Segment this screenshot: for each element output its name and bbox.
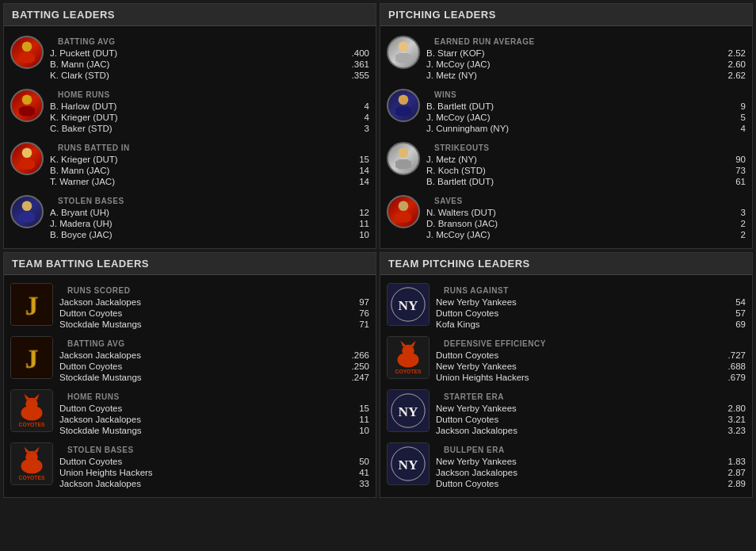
svg-rect-11 xyxy=(31,161,35,168)
runs-against-row-3: Kofa Kings 69 xyxy=(436,319,746,330)
svg-rect-26 xyxy=(395,161,399,168)
team-sb-label: STOLEN BASES xyxy=(59,442,369,456)
team-batting-avg-section: J BATTING AVG Jackson Jackalopes .266 Du… xyxy=(4,333,376,386)
team-sb-row-2: Union Heights Hackers 41 xyxy=(59,467,369,478)
strikeouts-label: STRIKEOUTS xyxy=(426,140,746,154)
era-row-1: B. Starr (KOF) 2.52 xyxy=(426,48,746,59)
wins-row-3: J. Cunningham (NY) 4 xyxy=(426,123,746,134)
bullpen-era-label: BULLPEN ERA xyxy=(436,442,746,456)
pitcher-photo-1 xyxy=(387,36,420,69)
def-eff-row-1: Dutton Coyotes .727 xyxy=(436,350,746,361)
starter-era-row-2: Dutton Coyotes 3.21 xyxy=(436,414,746,425)
svg-rect-14 xyxy=(19,214,23,221)
def-eff-row-3: Union Heights Hackers .679 xyxy=(436,372,746,383)
team-bavg-row-1: Jackson Jackalopes .266 xyxy=(59,350,369,361)
era-data: EARNED RUN AVERAGE B. Starr (KOF) 2.52 J… xyxy=(426,34,746,81)
starter-era-label: STARTER ERA xyxy=(436,389,746,403)
saves-section: SAVES N. Walters (DUT) 3 D. Branson (JAC… xyxy=(380,190,752,243)
batting-leaders-content: BATTING AVG J. Puckett (DUT) .400 B. Man… xyxy=(4,26,376,248)
pitcher-photo-4 xyxy=(387,195,420,228)
svg-point-38 xyxy=(25,398,37,410)
bullpen-era-data: BULLPEN ERA New Yerby Yankees 1.83 Jacks… xyxy=(436,442,746,489)
wins-data: WINS B. Bartlett (DUT) 9 J. McCoy (JAC) … xyxy=(426,87,746,134)
coyotes-logo-1: COYOTES xyxy=(10,389,53,432)
team-runs-row-2: Dutton Coyotes 76 xyxy=(59,308,369,319)
team-pitching-panel: TEAM PITCHING LEADERS NY RUNS AGAINST Ne… xyxy=(380,252,753,498)
player-photo-3 xyxy=(10,142,44,175)
strikeouts-photo xyxy=(387,140,426,187)
home-runs-row-3: C. Baker (STD) 3 xyxy=(50,123,369,134)
rbi-row-3: T. Warner (JAC) 14 xyxy=(50,176,369,187)
jackalopes-logo-2: J xyxy=(10,336,53,379)
saves-photo xyxy=(387,193,426,240)
def-eff-row-2: New Yerby Yankees .688 xyxy=(436,361,746,372)
pitching-leaders-panel: PITCHING LEADERS EARNED RUN AVERAGE xyxy=(380,3,753,249)
svg-text:COYOTES: COYOTES xyxy=(395,369,422,374)
bullpen-era-section: NY BULLPEN ERA New Yerby Yankees 1.83 Ja… xyxy=(380,439,752,492)
rbi-photo xyxy=(10,140,50,187)
strikeouts-data: STRIKEOUTS J. Metz (NY) 90 R. Koch (STD)… xyxy=(426,140,746,187)
team-sb-row-1: Dutton Coyotes 50 xyxy=(59,456,369,467)
coyotes-logo-2: COYOTES xyxy=(10,442,53,485)
svg-rect-29 xyxy=(398,212,409,223)
svg-point-53 xyxy=(402,345,414,357)
main-grid: BATTING LEADERS BATTING AVG xyxy=(0,0,756,501)
batting-avg-row-1: J. Puckett (DUT) .400 xyxy=(50,48,369,59)
wins-row-2: J. McCoy (JAC) 5 xyxy=(426,112,746,123)
saves-row-2: D. Branson (JAC) 2 xyxy=(426,218,746,229)
team-runs-scored-section: J RUNS SCORED Jackson Jackalopes 97 Dutt… xyxy=(4,280,376,333)
team-hr-row-1: Dutton Coyotes 15 xyxy=(59,403,369,414)
pitcher-photo-3 xyxy=(387,142,420,175)
yankees-logo-2: NY xyxy=(387,389,430,432)
def-eff-data: DEFENSIVE EFFICIENCY Dutton Coyotes .727… xyxy=(436,336,746,383)
svg-rect-22 xyxy=(395,108,399,115)
def-eff-label: DEFENSIVE EFFICIENCY xyxy=(436,336,746,350)
starter-era-row-1: New Yerby Yankees 2.80 xyxy=(436,403,746,414)
svg-point-16 xyxy=(399,41,409,52)
svg-text:NY: NY xyxy=(398,298,418,313)
svg-rect-3 xyxy=(31,55,35,62)
home-runs-label: HOME RUNS xyxy=(50,87,369,101)
era-section: EARNED RUN AVERAGE B. Starr (KOF) 2.52 J… xyxy=(380,31,752,84)
svg-point-0 xyxy=(22,41,32,52)
stolen-bases-section: STOLEN BASES A. Bryant (UH) 12 J. Madera… xyxy=(4,190,376,243)
stolen-bases-photo xyxy=(10,193,50,240)
svg-rect-6 xyxy=(19,108,23,115)
team-batting-avg-label: BATTING AVG xyxy=(59,336,369,350)
player-photo-2 xyxy=(10,89,44,122)
player-photo-4 xyxy=(10,195,44,228)
runs-against-section: NY RUNS AGAINST New Yerby Yankees 54 Dut… xyxy=(380,280,752,333)
batting-avg-label: BATTING AVG xyxy=(50,34,369,48)
svg-point-44 xyxy=(25,451,37,463)
wins-row-1: B. Bartlett (DUT) 9 xyxy=(426,101,746,112)
svg-text:NY: NY xyxy=(398,404,418,419)
coyotes-logo-3: COYOTES xyxy=(387,336,430,379)
bullpen-era-row-3: Dutton Coyotes 2.89 xyxy=(436,478,746,489)
svg-rect-18 xyxy=(395,55,399,62)
home-runs-section: HOME RUNS B. Harlow (DUT) 4 K. Krieger (… xyxy=(4,84,376,137)
home-runs-row-2: K. Krieger (DUT) 4 xyxy=(50,112,369,123)
era-label: EARNED RUN AVERAGE xyxy=(426,34,746,48)
home-runs-row-1: B. Harlow (DUT) 4 xyxy=(50,101,369,112)
rbi-data: RUNS BATTED IN K. Krieger (DUT) 15 B. Ma… xyxy=(50,140,369,187)
svg-rect-17 xyxy=(398,53,409,63)
svg-rect-30 xyxy=(395,214,399,221)
svg-point-28 xyxy=(399,201,409,211)
strikeouts-row-1: J. Metz (NY) 90 xyxy=(426,154,746,165)
team-hr-label: HOME RUNS xyxy=(59,389,369,403)
team-hr-row-3: Stockdale Mustangs 10 xyxy=(59,425,369,436)
svg-point-20 xyxy=(399,94,409,105)
starter-era-data: STARTER ERA New Yerby Yankees 2.80 Dutto… xyxy=(436,389,746,436)
rbi-label: RUNS BATTED IN xyxy=(50,140,369,154)
team-hr-data: HOME RUNS Dutton Coyotes 15 Jackson Jack… xyxy=(59,389,369,436)
pitcher-photo-2 xyxy=(387,89,420,122)
team-pitching-header: TEAM PITCHING LEADERS xyxy=(380,253,752,275)
player-silhouette-4 xyxy=(12,195,42,228)
team-runs-scored-data: RUNS SCORED Jackson Jackalopes 97 Dutton… xyxy=(59,283,369,330)
stolen-bases-row-1: A. Bryant (UH) 12 xyxy=(50,207,369,218)
rbi-row-1: K. Krieger (DUT) 15 xyxy=(50,154,369,165)
wins-label: WINS xyxy=(426,87,746,101)
team-batting-panel: TEAM BATTING LEADERS J RUNS SCORED Jacks… xyxy=(3,252,376,498)
svg-rect-9 xyxy=(21,159,32,170)
svg-rect-25 xyxy=(398,159,409,170)
